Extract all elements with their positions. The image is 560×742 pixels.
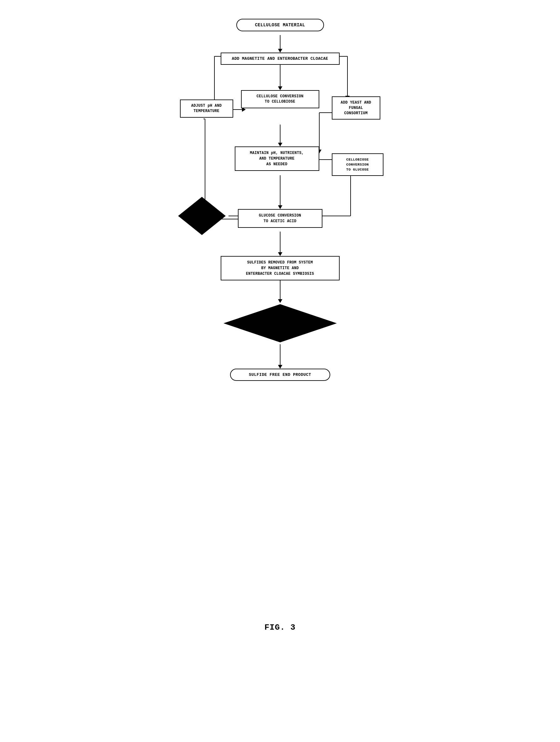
sulfide-free-node: SULFIDE FREE END PRODUCT (230, 369, 330, 381)
adjust-ph-node: ADJUST pH ANDTEMPERATURE (180, 100, 233, 118)
adjust-ph-label: ADJUST pH ANDTEMPERATURE (180, 100, 233, 118)
cellulose-material-label: CELLULOSE MATERIAL (236, 19, 324, 31)
flowchart: CELLULOSE MATERIAL ADD MAGNETITE AND ENT… (174, 16, 387, 610)
biogas-production-node: BIOGAS PRODUCTION (APPROXIMATELY 70% MET… (222, 303, 338, 343)
svg-text:BIOGAS PRODUCTION: BIOGAS PRODUCTION (261, 315, 299, 319)
diagram-container: CELLULOSE MATERIAL ADD MAGNETITE AND ENT… (170, 6, 390, 651)
svg-marker-29 (278, 299, 282, 303)
sulfides-removed-label: SULFIDES REMOVED FROM SYSTEMBY MAGNETITE… (221, 256, 340, 280)
svg-marker-27 (278, 252, 282, 256)
svg-marker-18 (278, 205, 282, 209)
figure-label: FIG. 3 (264, 623, 296, 632)
svg-text:(APPROXIMATELY 70% METHANE: (APPROXIMATELY 70% METHANE (253, 320, 307, 324)
add-magnetite-label: ADD MAGNETITE AND ENTEROBACTER CLOACAE (221, 53, 340, 65)
svg-text:AND 30% CO₂): AND 30% CO₂) (268, 326, 292, 329)
glucose-conversion-node: GLUCOSE CONVERSIONTO ACETIC ACID (238, 209, 322, 228)
svg-marker-13 (278, 143, 282, 147)
cellulose-addition-node: CELLULOSE MATERIAL ADDITION (177, 196, 227, 236)
svg-marker-1 (278, 49, 282, 53)
cellobiose-conversion-label: CELLOBIOSE CONVERSIONTO GLUCOSE (332, 153, 384, 176)
cellulose-material-node: CELLULOSE MATERIAL (236, 19, 324, 31)
svg-text:CELLULOSE: CELLULOSE (193, 209, 211, 213)
sulfides-removed-node: SULFIDES REMOVED FROM SYSTEMBY MAGNETITE… (221, 256, 340, 280)
maintain-ph-label: MAINTAIN pH, NUTRIENTS,AND TEMPERATUREAS… (235, 147, 319, 171)
cellobiose-conversion-node: CELLOBIOSE CONVERSIONTO GLUCOSE (332, 153, 384, 176)
add-yeast-label: ADD YEAST ANDFUNGALCONSORTIUM (332, 96, 380, 119)
add-yeast-node: ADD YEAST ANDFUNGALCONSORTIUM (332, 96, 380, 119)
sulfide-free-label: SULFIDE FREE END PRODUCT (230, 369, 330, 381)
cellulose-conversion-node: CELLULOSE CONVERSIONTO CELLOBIOSE (241, 90, 319, 108)
svg-text:MATERIAL: MATERIAL (194, 214, 210, 217)
glucose-conversion-label: GLUCOSE CONVERSIONTO ACETIC ACID (238, 209, 322, 228)
svg-marker-31 (278, 365, 282, 369)
svg-text:ADDITION: ADDITION (194, 218, 210, 222)
cellulose-conversion-label: CELLULOSE CONVERSIONTO CELLOBIOSE (241, 90, 319, 108)
svg-marker-3 (278, 86, 282, 90)
maintain-ph-node: MAINTAIN pH, NUTRIENTS,AND TEMPERATUREAS… (235, 147, 319, 171)
add-magnetite-node: ADD MAGNETITE AND ENTEROBACTER CLOACAE (221, 53, 340, 65)
